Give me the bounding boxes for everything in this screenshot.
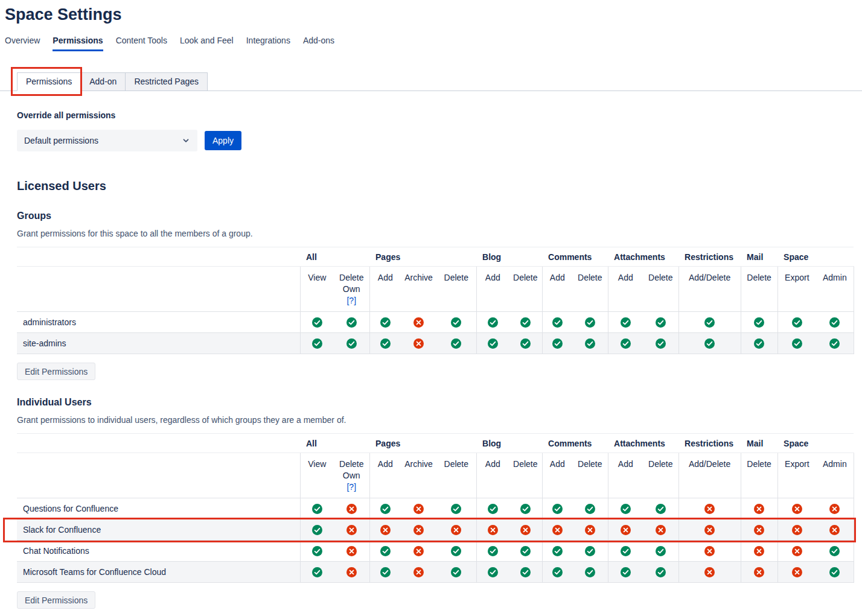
cross-circle-icon — [488, 525, 498, 535]
cross-circle-icon — [552, 525, 563, 535]
column-header-delete: Delete — [509, 267, 542, 312]
perm-cell — [678, 519, 741, 541]
column-group-all: All — [300, 247, 369, 267]
perm-cell — [509, 333, 542, 354]
space-settings-page: Space Settings OverviewPermissionsConten… — [0, 0, 862, 609]
cross-circle-icon — [754, 525, 764, 535]
delete-own-help-link[interactable]: [?] — [346, 296, 356, 305]
column-group-space: Space — [777, 247, 854, 267]
nav-tab-add-ons[interactable]: Add-ons — [303, 35, 334, 49]
perm-cell — [401, 312, 436, 333]
column-header-delete: Delete — [643, 453, 678, 498]
check-circle-icon — [585, 504, 595, 514]
column-header-add-delete: Add/Delete — [678, 267, 741, 312]
delete-own-help-link[interactable]: [?] — [346, 482, 356, 492]
perm-cell — [476, 312, 509, 333]
perm-cell — [401, 562, 436, 583]
perm-cell — [509, 541, 542, 562]
check-circle-icon — [552, 546, 563, 556]
cross-circle-icon — [413, 546, 424, 556]
cross-circle-icon — [704, 525, 715, 535]
check-circle-icon — [520, 546, 531, 556]
perm-cell — [572, 312, 608, 333]
nav-tab-overview[interactable]: Overview — [5, 35, 40, 49]
perm-cell — [476, 519, 509, 541]
user-name: Questions for Confluence — [17, 498, 300, 519]
check-circle-icon — [829, 317, 840, 328]
column-header-add: Add — [369, 267, 401, 312]
cross-circle-icon — [520, 525, 531, 535]
check-circle-icon — [792, 338, 802, 349]
check-circle-icon — [754, 317, 764, 328]
column-header-add: Add — [608, 453, 643, 498]
perm-cell — [300, 541, 334, 562]
nav-tab-look-and-feel[interactable]: Look and Feel — [180, 35, 234, 49]
edit-permissions-button[interactable]: Edit Permissions — [17, 591, 95, 609]
cross-circle-icon — [413, 504, 424, 514]
perm-cell — [643, 541, 678, 562]
column-group-attachments: Attachments — [608, 434, 678, 453]
perm-cell — [816, 562, 854, 583]
cross-circle-icon — [754, 546, 764, 556]
user-name-row: Chat Notifications — [17, 541, 854, 562]
edit-permissions-button[interactable]: Edit Permissions — [17, 363, 95, 380]
check-circle-icon — [380, 504, 391, 514]
nav-tab-integrations[interactable]: Integrations — [246, 35, 290, 49]
perm-cell — [300, 498, 334, 519]
cross-circle-icon — [656, 525, 666, 535]
check-circle-icon — [656, 338, 666, 349]
column-header-archive: Archive — [401, 453, 436, 498]
perm-cell — [816, 333, 854, 354]
check-circle-icon — [829, 567, 840, 577]
perm-cell — [777, 519, 816, 541]
cross-circle-icon — [380, 525, 391, 535]
cross-circle-icon — [621, 525, 631, 535]
nav-tab-content-tools[interactable]: Content Tools — [116, 35, 167, 49]
cross-circle-icon — [792, 546, 802, 556]
perm-cell — [300, 312, 334, 333]
check-circle-icon — [312, 525, 322, 535]
check-circle-icon — [312, 504, 322, 514]
perm-cell — [678, 562, 741, 583]
perm-cell — [572, 562, 608, 583]
perm-cell — [401, 333, 436, 354]
subtab-restricted-pages[interactable]: Restricted Pages — [125, 72, 208, 91]
perm-cell — [816, 312, 854, 333]
check-circle-icon — [585, 338, 595, 349]
perm-cell — [608, 498, 643, 519]
perm-cell — [509, 562, 542, 583]
perm-cell — [777, 498, 816, 519]
check-circle-icon — [585, 567, 595, 577]
apply-button[interactable]: Apply — [205, 131, 241, 150]
column-group-blog: Blog — [476, 434, 542, 453]
check-circle-icon — [552, 504, 563, 514]
nav-tab-permissions[interactable]: Permissions — [53, 35, 103, 51]
check-circle-icon — [520, 317, 531, 328]
perm-cell — [509, 519, 542, 541]
subtab-permissions[interactable]: Permissions — [17, 72, 81, 91]
user-name-row: Slack for Confluence — [17, 519, 854, 541]
subtab-add-on[interactable]: Add-on — [80, 72, 126, 91]
cross-circle-icon — [585, 525, 595, 535]
column-header-view: View — [300, 453, 334, 498]
select-value: Default permissions — [24, 136, 98, 145]
perm-cell — [300, 519, 334, 541]
override-permissions-select[interactable]: Default permissions — [17, 130, 197, 151]
column-group-mail: Mail — [741, 434, 777, 453]
perm-cell — [436, 498, 476, 519]
column-group-pages: Pages — [369, 434, 476, 453]
perm-cell — [476, 541, 509, 562]
perm-cell — [369, 312, 401, 333]
column-group-space: Space — [777, 434, 854, 453]
column-group-restrictions: Restrictions — [678, 434, 741, 453]
perm-cell — [608, 541, 643, 562]
check-circle-icon — [380, 317, 391, 328]
cross-circle-icon — [704, 546, 715, 556]
check-circle-icon — [704, 317, 715, 328]
check-circle-icon — [552, 317, 563, 328]
check-circle-icon — [552, 567, 563, 577]
perm-cell — [678, 498, 741, 519]
cross-circle-icon — [792, 525, 802, 535]
column-header-admin: Admin — [816, 453, 854, 498]
cross-circle-icon — [346, 504, 357, 514]
